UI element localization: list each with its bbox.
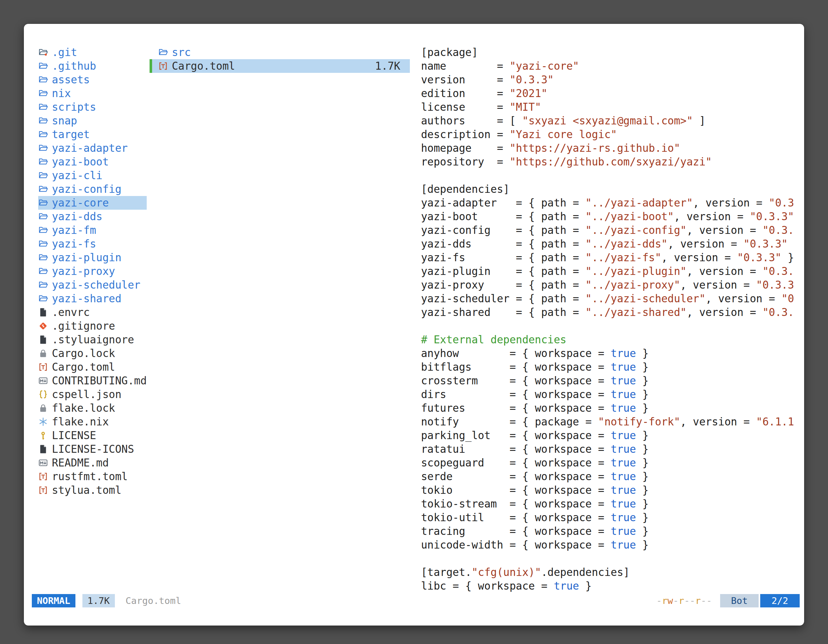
- code-token: }: [636, 457, 649, 469]
- sidebar-item-envrc[interactable]: .envrc: [38, 306, 147, 319]
- sidebar-item-readme-md[interactable]: README.md: [38, 456, 147, 470]
- sidebar-item-flake-lock[interactable]: flake.lock: [38, 401, 147, 415]
- item-label: yazi-shared: [52, 292, 122, 305]
- code-line: yazi-adapter = { path = "../yazi-adapter…: [421, 196, 800, 210]
- code-token: = {: [446, 388, 535, 401]
- code-line: dirs = { workspace = true }: [421, 387, 800, 401]
- code-token: ,: [686, 265, 699, 277]
- code-token: "../yazi-plugin": [585, 265, 687, 277]
- code-token: }: [781, 251, 794, 264]
- folder-open-icon: [38, 212, 48, 221]
- code-line: [421, 169, 800, 182]
- sidebar-item-rustfmt-toml[interactable]: rustfmt.toml: [38, 470, 147, 483]
- code-token: "../yazi-adapter": [585, 197, 693, 209]
- code-token: libc: [421, 580, 446, 592]
- code-token: unicode-width: [421, 539, 503, 551]
- sidebar-item-contributing-md[interactable]: CONTRIBUTING.md: [38, 374, 147, 387]
- sidebar-item-assets[interactable]: assets: [38, 73, 147, 86]
- code-token: ,: [668, 238, 681, 250]
- item-label: yazi-fm: [52, 224, 96, 237]
- code-token: version: [674, 251, 718, 264]
- code-token: =: [566, 197, 585, 209]
- sidebar-item-yazi-fs[interactable]: yazi-fs: [38, 237, 147, 251]
- sidebar-item-target[interactable]: target: [38, 128, 147, 141]
- sidebar-item-stylua-toml[interactable]: stylua.toml: [38, 483, 147, 497]
- sidebar-item-flake-nix[interactable]: flake.nix: [38, 415, 147, 429]
- code-line: [target."cfg(unix)".dependencies]: [421, 566, 800, 579]
- sidebar-item-yazi-shared[interactable]: yazi-shared: [38, 292, 147, 306]
- file-permissions: -rw-r--r--: [657, 595, 712, 606]
- sidebar-item-snap[interactable]: snap: [38, 114, 147, 128]
- permission-char: -: [673, 595, 679, 606]
- code-token: =: [591, 470, 611, 483]
- sidebar-item-cargo-lock[interactable]: Cargo.lock: [38, 346, 147, 360]
- code-token: =: [591, 402, 611, 414]
- sidebar-item-license-icons[interactable]: LICENSE-ICONS: [38, 442, 147, 456]
- code-token: =: [465, 74, 510, 86]
- sidebar-item-yazi-fm[interactable]: yazi-fm: [38, 223, 147, 237]
- code-token: bitflags: [421, 361, 472, 373]
- sidebar-item-yazi-proxy[interactable]: yazi-proxy: [38, 265, 147, 278]
- code-token: =: [591, 443, 611, 455]
- code-token: "0.3.: [762, 224, 794, 237]
- git-icon: [38, 321, 48, 331]
- code-token: version: [681, 238, 724, 250]
- permission-char: r: [679, 595, 684, 606]
- code-token: [target.: [421, 566, 472, 578]
- code-token: =: [535, 580, 554, 592]
- code-token: yazi-adapter: [421, 197, 497, 209]
- sidebar-item-cspell-json[interactable]: cspell.json: [38, 387, 147, 401]
- code-token: version: [693, 279, 737, 291]
- code-token: workspace: [478, 580, 535, 592]
- code-token: workspace: [535, 361, 592, 373]
- sidebar-item-nix[interactable]: nix: [38, 86, 147, 100]
- sidebar-item-github[interactable]: .github: [38, 59, 147, 73]
- file-item-src[interactable]: src: [149, 45, 410, 59]
- sidebar-item-yazi-config[interactable]: yazi-config: [38, 182, 147, 196]
- current-directory-pane: srcCargo.toml1.7K: [149, 45, 410, 73]
- toml-icon: [158, 61, 168, 71]
- nix-icon: [38, 417, 48, 427]
- sidebar-item-cargo-toml[interactable]: Cargo.toml: [38, 360, 147, 374]
- code-token: = {: [497, 197, 541, 209]
- code-token: "0.3.3": [750, 210, 794, 223]
- code-token: true: [611, 429, 636, 442]
- braces-icon: [38, 389, 48, 399]
- markdown-icon: [38, 376, 48, 385]
- code-line: tokio-util = { workspace = true }: [421, 511, 800, 524]
- mode-badge: NORMAL: [32, 594, 75, 607]
- code-token: true: [611, 484, 636, 497]
- permission-char: -: [690, 595, 695, 606]
- sidebar-item-gitignore[interactable]: .gitignore: [38, 319, 147, 333]
- code-token: =: [591, 361, 611, 373]
- code-line: homepage = "https://yazi-rs.github.io": [421, 141, 800, 155]
- sidebar-item-yazi-adapter[interactable]: yazi-adapter: [38, 141, 147, 155]
- item-label: LICENSE-ICONS: [52, 443, 134, 455]
- item-label: yazi-config: [52, 183, 122, 195]
- code-token: ratatui: [421, 443, 465, 455]
- toml-icon: [38, 362, 48, 372]
- sidebar-item-yazi-plugin[interactable]: yazi-plugin: [38, 251, 147, 265]
- sidebar-item-yazi-core[interactable]: yazi-core: [38, 196, 147, 210]
- item-label: yazi-core: [52, 197, 109, 209]
- item-label: .envrc: [52, 306, 90, 318]
- selection-marker: [149, 59, 152, 73]
- code-token: crossterm: [421, 374, 478, 387]
- item-label: flake.nix: [52, 415, 109, 428]
- code-line: [421, 552, 800, 566]
- sidebar-item-styluaignore[interactable]: .styluaignore: [38, 333, 147, 346]
- code-token: =: [762, 292, 781, 305]
- code-line: yazi-boot = { path = "../yazi-boot", ver…: [421, 210, 800, 223]
- code-token: = {: [510, 292, 541, 305]
- sidebar-item-yazi-dds[interactable]: yazi-dds: [38, 210, 147, 223]
- sidebar-item-yazi-cli[interactable]: yazi-cli: [38, 169, 147, 182]
- code-token: workspace: [535, 457, 592, 469]
- sidebar-item-yazi-scheduler[interactable]: yazi-scheduler: [38, 278, 147, 292]
- sidebar-item-scripts[interactable]: scripts: [38, 100, 147, 114]
- code-token: =: [566, 279, 585, 291]
- sidebar-item-yazi-boot[interactable]: yazi-boot: [38, 155, 147, 169]
- lock-icon: [38, 348, 48, 358]
- sidebar-item-license[interactable]: LICENSE: [38, 429, 147, 442]
- sidebar-item-git[interactable]: .git: [38, 45, 147, 59]
- file-item-cargo-toml[interactable]: Cargo.toml1.7K: [149, 59, 410, 73]
